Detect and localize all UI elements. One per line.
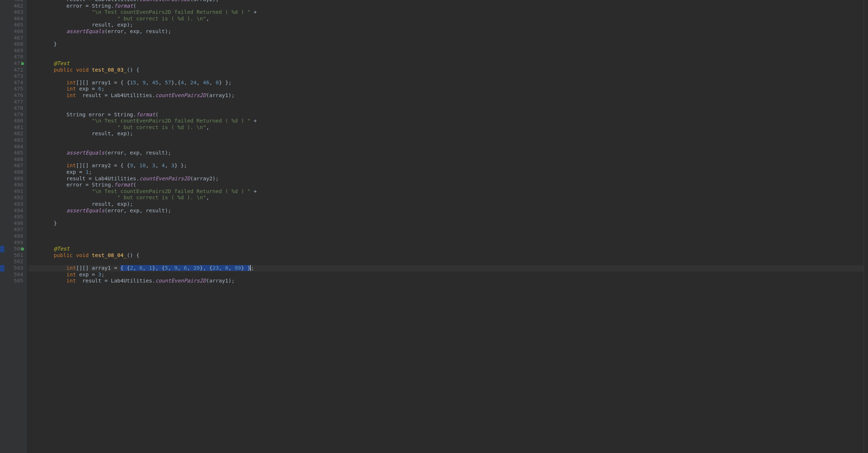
- line-number[interactable]: 483: [7, 137, 23, 144]
- code-line[interactable]: error = String.format(: [28, 3, 864, 9]
- line-number[interactable]: 482: [7, 131, 23, 137]
- code-line[interactable]: " but correct is ( %d ). \n",: [28, 124, 864, 131]
- code-line[interactable]: assertEquals(error, exp, result);: [28, 150, 864, 156]
- code-editor[interactable]: 4614624634644654664674684694704714724734…: [0, 0, 868, 453]
- code-line[interactable]: [28, 156, 864, 163]
- line-number[interactable]: 494: [7, 208, 23, 214]
- line-number[interactable]: 477: [7, 99, 23, 105]
- code-line[interactable]: [28, 48, 864, 54]
- code-line[interactable]: [28, 73, 864, 80]
- line-number[interactable]: 491: [7, 188, 23, 195]
- code-line[interactable]: int result = Lab4Utilities.countEvenPair…: [28, 278, 864, 284]
- code-line[interactable]: exp = 1;: [28, 169, 864, 176]
- line-number[interactable]: 497: [7, 226, 23, 233]
- minimap-scrollbar[interactable]: [864, 0, 868, 453]
- line-number[interactable]: 505: [7, 278, 23, 284]
- line-number[interactable]: 499: [7, 240, 23, 246]
- code-line[interactable]: @Test: [28, 246, 864, 252]
- code-line[interactable]: [28, 144, 864, 150]
- code-line[interactable]: int[][] array1 = { {15, 9, 45, 57},{4, 2…: [28, 80, 864, 86]
- code-line[interactable]: [28, 105, 864, 112]
- line-number[interactable]: 468: [7, 41, 23, 48]
- line-number[interactable]: 462: [7, 3, 23, 9]
- text-selection: ,: [177, 265, 184, 271]
- line-number[interactable]: 486: [7, 156, 23, 163]
- line-number[interactable]: 467: [7, 35, 23, 41]
- line-number[interactable]: 473: [7, 73, 23, 80]
- code-line[interactable]: result, exp);: [28, 22, 864, 28]
- line-number[interactable]: 490: [7, 182, 23, 188]
- code-line[interactable]: assertEquals(error, exp, result);: [28, 28, 864, 35]
- line-number[interactable]: 466: [7, 28, 23, 35]
- line-number[interactable]: 485: [7, 150, 23, 156]
- run-gutter-icon[interactable]: [21, 62, 24, 65]
- line-number[interactable]: 484: [7, 144, 23, 150]
- line-number[interactable]: 469: [7, 48, 23, 54]
- code-line[interactable]: result = Lab4Utilities.countEvenPairs2D(…: [28, 176, 864, 182]
- line-number[interactable]: 464: [7, 16, 23, 22]
- code-line[interactable]: int result = Lab4Utilities.countEvenPair…: [28, 92, 864, 99]
- code-line[interactable]: " but correct is ( %d ). \n",: [28, 195, 864, 201]
- line-number[interactable]: 480: [7, 118, 23, 124]
- code-line[interactable]: [28, 240, 864, 246]
- code-line[interactable]: result, exp);: [28, 201, 864, 208]
- text-selection: 20: [193, 265, 200, 271]
- gutter-selection-stripe: [0, 246, 4, 252]
- line-number[interactable]: 463: [7, 9, 23, 16]
- code-line[interactable]: "\n Test countEvenPairs2D failed Returne…: [28, 9, 864, 16]
- code-line[interactable]: [28, 214, 864, 220]
- line-number[interactable]: 496: [7, 220, 23, 227]
- line-number[interactable]: 478: [7, 105, 23, 112]
- code-line[interactable]: " but correct is ( %d ). \n",: [28, 16, 864, 22]
- line-number[interactable]: 461: [7, 0, 23, 3]
- line-number[interactable]: 470: [7, 54, 23, 60]
- code-line[interactable]: int exp = 3;: [28, 272, 864, 278]
- code-line[interactable]: "\n Test countEvenPairs2D failed Returne…: [28, 188, 864, 195]
- line-number[interactable]: 474: [7, 80, 23, 86]
- line-number[interactable]: 495: [7, 214, 23, 220]
- code-line[interactable]: int exp = 6;: [28, 86, 864, 92]
- code-line[interactable]: @Test: [28, 60, 864, 67]
- line-number[interactable]: 500: [7, 246, 23, 252]
- code-line[interactable]: error = String.format(: [28, 182, 864, 188]
- line-number[interactable]: 475: [7, 86, 23, 92]
- line-number[interactable]: 476: [7, 92, 23, 99]
- line-number[interactable]: 487: [7, 163, 23, 169]
- code-line[interactable]: assertEquals(error, exp, result);: [28, 208, 864, 214]
- code-line[interactable]: [28, 54, 864, 60]
- line-number[interactable]: 493: [7, 201, 23, 208]
- code-line[interactable]: int[][] array1 = { {2, 6, 1}, {5, 9, 6, …: [28, 265, 864, 272]
- line-number[interactable]: 488: [7, 169, 23, 176]
- line-number[interactable]: 479: [7, 112, 23, 118]
- code-line[interactable]: result, exp);: [28, 131, 864, 137]
- code-line[interactable]: String error = String.format(: [28, 112, 864, 118]
- line-number[interactable]: 492: [7, 195, 23, 201]
- code-line[interactable]: public void test_08_03_() {: [28, 67, 864, 73]
- code-line[interactable]: [28, 226, 864, 233]
- code-line[interactable]: result = Lab4Utilities.countEvenPairs2D(…: [28, 0, 864, 3]
- line-number-gutter[interactable]: 4614624634644654664674684694704714724734…: [4, 0, 27, 453]
- line-number[interactable]: 472: [7, 67, 23, 73]
- line-number[interactable]: 489: [7, 176, 23, 182]
- code-line[interactable]: [28, 233, 864, 240]
- line-number[interactable]: 501: [7, 252, 23, 259]
- text-selection: ,: [219, 265, 225, 271]
- code-line[interactable]: }: [28, 41, 864, 48]
- code-line[interactable]: public void test_08_04_() {: [28, 252, 864, 259]
- line-number[interactable]: 504: [7, 272, 23, 278]
- line-number[interactable]: 465: [7, 22, 23, 28]
- code-line[interactable]: "\n Test countEvenPairs2D failed Returne…: [28, 118, 864, 124]
- code-line[interactable]: int[][] array2 = { {9, 10, 3, 4, 3} };: [28, 163, 864, 169]
- code-line[interactable]: [28, 35, 864, 41]
- code-line[interactable]: }: [28, 220, 864, 227]
- code-line[interactable]: [28, 137, 864, 144]
- line-number[interactable]: 502: [7, 258, 23, 265]
- line-number[interactable]: 503: [7, 265, 23, 272]
- line-number[interactable]: 471: [7, 60, 23, 67]
- code-line[interactable]: [28, 258, 864, 265]
- code-area[interactable]: result = Lab4Utilities.countEvenPairs2D(…: [27, 0, 864, 453]
- line-number[interactable]: 481: [7, 124, 23, 131]
- code-line[interactable]: [28, 99, 864, 105]
- run-gutter-icon[interactable]: [21, 248, 24, 250]
- line-number[interactable]: 498: [7, 233, 23, 240]
